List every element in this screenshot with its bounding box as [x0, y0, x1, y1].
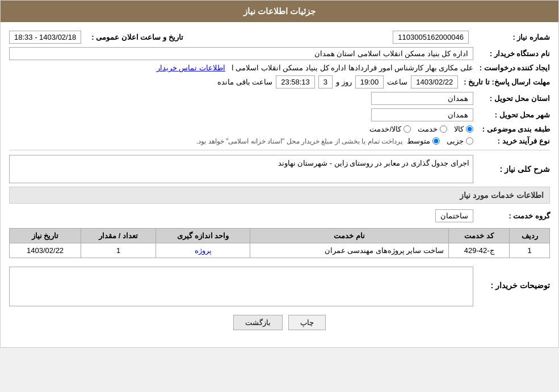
row-tarikhNiaz: 1403/02/22 — [10, 243, 81, 258]
services-table: ردیف کد خدمت نام خدمت واحد اندازه گیری ت… — [9, 228, 550, 258]
mohlatErsalPasox-row: مهلت ارسال پاسخ: تا تاریخ : 1403/02/22 س… — [9, 75, 550, 88]
radio-kala-khadamat-label: کالا/خدمت — [369, 125, 401, 133]
radio-motovaset: متوسط — [407, 137, 440, 145]
row-kodKhadamat: ج-42-429 — [448, 243, 509, 258]
radio-kala-input[interactable] — [466, 125, 473, 133]
ejadKonande-value: علی مکاری بهار کارشناس امور قراردادها اد… — [232, 64, 473, 72]
col-radif: ردیف — [510, 229, 550, 243]
saat-pasox: 19:00 — [355, 75, 384, 88]
tarikhAelan-label: تاریخ و ساعت اعلان عمومی : — [86, 33, 183, 41]
shahrTahvil-value: همدان — [371, 108, 473, 121]
ostanTahvil-value: همدان — [371, 92, 473, 105]
col-tarikhNiaz: تاریخ نیاز — [10, 229, 81, 243]
tawzihaat-box — [9, 267, 473, 306]
grohKhadamat-row: گروه خدمت : ساختمان — [9, 209, 550, 222]
radio-khadamat: خدمت — [418, 125, 447, 133]
ostanTahvil-label: استان محل تحویل : — [473, 94, 550, 103]
namDasgah-label: نام دستگاه خریدار : — [473, 49, 550, 58]
main-content: شماره نیاز : 1103005162000046 تاریخ و سا… — [1, 22, 558, 347]
tabaqeBandi-row: طبقه بندی موضوعی : کالا خدمت کالا/خدمت — [9, 125, 550, 133]
shahrTahvil-label: شهر محل تحویل : — [473, 111, 550, 119]
top-info-row: شماره نیاز : 1103005162000046 تاریخ و سا… — [9, 31, 550, 44]
back-button[interactable]: بازگشت — [233, 315, 283, 330]
roz-label: روز و — [336, 78, 352, 86]
radio-jozi: جزیی — [447, 137, 473, 145]
row-namKhadamat: ساخت سایر پروژه‌های مهندسی عمران — [250, 243, 449, 258]
services-section: ردیف کد خدمت نام خدمت واحد اندازه گیری ت… — [9, 228, 550, 258]
date-row: 1403/02/22 ساعت 19:00 روز و 3 23:58:13 س… — [9, 75, 458, 88]
row-vahedAndaze: پروژه — [156, 243, 250, 258]
radio-jozi-input[interactable] — [466, 137, 473, 145]
tabaqeBandi-radio-group: کالا خدمت کالا/خدمت — [9, 125, 473, 133]
saat-label: ساعت — [387, 78, 407, 86]
radio-khadamat-label: خدمت — [418, 125, 438, 133]
ejadKonande-row: ایجاد کننده درخواست : علی مکاری بهار کار… — [9, 64, 550, 72]
ejadKonande-link[interactable]: اطلاعات تماس خریدار — [157, 64, 225, 72]
grohKhadamat-label: گروه خدمت : — [473, 212, 550, 220]
radio-kala: کالا — [454, 125, 473, 133]
col-tedadMeqdar: تعداد / مقدار — [81, 229, 156, 243]
ostanTahvil-row: استان محل تحویل : همدان — [9, 92, 550, 105]
sharhKolli-row: شرح کلی نیاز : اجرای جدول گذاری در معابر… — [9, 155, 550, 183]
sharhKolli-label: شرح کلی نیاز : — [473, 165, 550, 174]
tawzihaat-row: توضیحات خریدار : — [9, 264, 550, 306]
col-namKhadamat: نام خدمت — [250, 229, 449, 243]
tabaqeBandi-label: طبقه بندی موضوعی : — [473, 125, 550, 133]
divider1 — [9, 150, 550, 150]
radio-jozi-label: جزیی — [447, 137, 464, 145]
mande-val: 23:58:13 — [276, 75, 315, 88]
roz-val: 3 — [318, 75, 333, 88]
noeFarayand-label: نوع فرآیند خرید : — [473, 137, 550, 145]
page-wrapper: جزئیات اطلاعات نیاز شماره نیاز : 1103005… — [0, 0, 559, 348]
col-kodKhadamat: کد خدمت — [448, 229, 509, 243]
page-title: جزئیات اطلاعات نیاز — [1, 1, 558, 22]
shomareNiaz-label: شماره نیاز : — [473, 33, 550, 41]
noeFarayand-row: نوع فرآیند خرید : جزیی متوسط پرداخت تمام… — [9, 137, 550, 145]
namDasgah-value: اداره کل بنیاد مسکن انقلاب اسلامی استان … — [9, 47, 473, 60]
bottom-buttons: چاپ بازگشت — [9, 315, 550, 330]
radio-motovaset-label: متوسط — [407, 137, 430, 145]
noeFarayand-radio-group: جزیی متوسط — [407, 137, 473, 145]
tarikh-pasox: 1403/02/22 — [411, 75, 458, 88]
radio-khadamat-input[interactable] — [440, 125, 447, 133]
radio-kala-khadamat-input[interactable] — [404, 125, 411, 133]
services-table-header: ردیف کد خدمت نام خدمت واحد اندازه گیری ت… — [10, 229, 550, 243]
namDasgah-row: نام دستگاه خریدار : اداره کل بنیاد مسکن … — [9, 47, 550, 60]
tarikhAelan-value: 1403/02/18 - 18:33 — [9, 31, 81, 44]
shahrTahvil-row: شهر محل تحویل : همدان — [9, 108, 550, 121]
tawzihaat-label: توضیحات خریدار : — [473, 281, 550, 290]
shomareNiaz-value: 1103005162000046 — [393, 31, 469, 44]
row-radif: 1 — [510, 243, 550, 258]
col-vahedAndaze: واحد اندازه گیری — [156, 229, 250, 243]
print-button[interactable]: چاپ — [288, 315, 326, 330]
grohKhadamat-value: ساختمان — [435, 209, 473, 222]
radio-motovaset-input[interactable] — [432, 137, 440, 145]
noeFarayand-note: پرداخت تمام یا بخشی از مبلغ خریدار محل "… — [196, 137, 402, 145]
khadamat-section-header: اطلاعات خدمات مورد نیاز — [9, 187, 550, 204]
table-row: 1 ج-42-429 ساخت سایر پروژه‌های مهندسی عم… — [10, 243, 550, 258]
mande-label: ساعت باقی مانده — [217, 78, 272, 86]
radio-kala-khadamat: کالا/خدمت — [369, 125, 411, 133]
radio-kala-label: کالا — [454, 125, 464, 133]
sharhKolli-value: اجرای جدول گذاری در معابر در روستای زاین… — [9, 155, 473, 183]
row-tedadMeqdar: 1 — [81, 243, 156, 258]
mohlatErsalPasox-label: مهلت ارسال پاسخ: تا تاریخ : — [458, 78, 550, 86]
ejadKonande-label: ایجاد کننده درخواست : — [473, 64, 550, 72]
